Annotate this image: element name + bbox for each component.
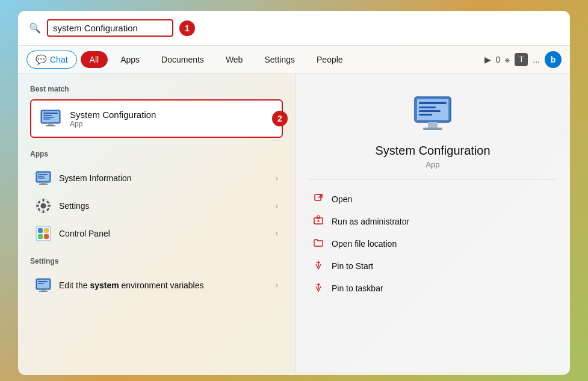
svg-rect-20 bbox=[48, 205, 51, 207]
action-open-file-location[interactable]: Open file location bbox=[308, 232, 558, 255]
sys-config-icon bbox=[39, 107, 63, 131]
tab-documents-label: Documents bbox=[161, 55, 204, 64]
action-open[interactable]: Open bbox=[308, 188, 558, 210]
svg-rect-11 bbox=[38, 176, 44, 177]
svg-rect-10 bbox=[38, 174, 48, 175]
svg-rect-14 bbox=[39, 184, 48, 185]
tab-people[interactable]: People bbox=[308, 51, 352, 68]
svg-rect-42 bbox=[428, 122, 438, 128]
panel-divider bbox=[308, 179, 558, 179]
run-as-admin-label: Run as administrator bbox=[332, 217, 409, 226]
tab-all-label: All bbox=[90, 55, 99, 64]
settings-arrow: › bbox=[276, 202, 278, 210]
svg-point-48 bbox=[318, 220, 320, 222]
svg-rect-41 bbox=[419, 114, 432, 116]
tab-settings-label: Settings bbox=[264, 55, 295, 64]
folder-icon bbox=[312, 238, 324, 249]
tab-web[interactable]: Web bbox=[217, 51, 252, 68]
tabs-bar: 💬 Chat All Apps Documents Web Settings P… bbox=[18, 46, 570, 74]
step-badge-1: 1 bbox=[179, 20, 195, 36]
svg-rect-7 bbox=[46, 125, 55, 126]
svg-rect-32 bbox=[38, 281, 48, 282]
settings-section-label: Settings bbox=[30, 257, 283, 265]
action-run-as-admin[interactable]: Run as administrator bbox=[308, 210, 558, 232]
admin-icon bbox=[312, 215, 324, 227]
system-info-label: System Information bbox=[59, 173, 268, 183]
system-info-arrow: › bbox=[276, 174, 278, 182]
list-item-system-info[interactable]: System Information › bbox=[30, 164, 283, 192]
svg-rect-38 bbox=[419, 102, 447, 104]
tab-apps-label: Apps bbox=[120, 55, 140, 64]
pin-taskbar-icon bbox=[312, 282, 324, 294]
settings-label: Settings bbox=[59, 201, 268, 211]
control-panel-label: Control Panel bbox=[59, 229, 268, 238]
tab-apps[interactable]: Apps bbox=[111, 51, 149, 68]
right-panel-subtitle: App bbox=[426, 160, 439, 169]
svg-rect-18 bbox=[43, 210, 45, 213]
list-item-settings[interactable]: Settings › bbox=[30, 192, 283, 220]
svg-rect-44 bbox=[315, 194, 321, 200]
tab-people-label: People bbox=[317, 55, 343, 64]
list-item-control-panel[interactable]: Control Panel › bbox=[30, 220, 283, 247]
left-panel: Best match System Configuration bbox=[18, 74, 295, 372]
svg-rect-35 bbox=[39, 291, 48, 292]
env-var-arrow: › bbox=[276, 281, 278, 290]
search-input[interactable] bbox=[47, 19, 173, 37]
app-preview-icon bbox=[411, 92, 454, 135]
search-bar: 🔍 1 bbox=[18, 11, 570, 46]
env-var-icon bbox=[35, 277, 52, 294]
svg-rect-39 bbox=[419, 107, 436, 108]
apps-list: System Information › bbox=[30, 164, 283, 247]
tab-chat-label: Chat bbox=[50, 55, 68, 64]
svg-rect-27 bbox=[44, 228, 49, 233]
best-match-title: System Configuration bbox=[70, 110, 156, 120]
svg-rect-3 bbox=[43, 115, 52, 116]
settings-env-item[interactable]: Edit the system environment variables › bbox=[30, 271, 283, 299]
t-badge[interactable]: T bbox=[515, 53, 528, 66]
bing-logo[interactable]: b bbox=[545, 51, 562, 68]
best-match-subtitle: App bbox=[70, 120, 156, 128]
svg-rect-12 bbox=[38, 178, 45, 179]
graph-icon[interactable]: ⎈ bbox=[505, 55, 510, 64]
best-match-item[interactable]: System Configuration App 2 bbox=[30, 99, 283, 138]
svg-rect-19 bbox=[36, 205, 39, 207]
svg-rect-17 bbox=[43, 199, 45, 202]
tabs-extra: ▶ 0 ⎈ T ... b bbox=[484, 51, 562, 68]
apps-section-label: Apps bbox=[30, 150, 283, 158]
count-display: 0 bbox=[496, 55, 501, 64]
open-label: Open bbox=[332, 194, 352, 204]
tab-chat[interactable]: 💬 Chat bbox=[26, 51, 77, 69]
step-badge-2: 2 bbox=[272, 111, 288, 126]
svg-rect-4 bbox=[43, 117, 54, 118]
settings-gear-icon bbox=[35, 197, 52, 214]
tab-settings[interactable]: Settings bbox=[255, 51, 304, 68]
svg-rect-2 bbox=[43, 113, 58, 114]
open-icon bbox=[312, 193, 324, 205]
control-panel-icon bbox=[35, 225, 52, 242]
more-button[interactable]: ... bbox=[533, 55, 540, 64]
svg-rect-33 bbox=[38, 283, 44, 284]
action-pin-to-taskbar[interactable]: Pin to taskbar bbox=[308, 277, 558, 299]
play-button[interactable]: ▶ bbox=[484, 55, 491, 64]
pin-to-start-label: Pin to Start bbox=[332, 261, 373, 271]
open-file-location-label: Open file location bbox=[332, 239, 397, 249]
tab-documents[interactable]: Documents bbox=[152, 51, 213, 68]
control-panel-arrow: › bbox=[276, 229, 278, 238]
best-match-text: System Configuration App bbox=[70, 110, 156, 128]
svg-rect-28 bbox=[38, 234, 43, 239]
system-info-icon bbox=[35, 170, 52, 187]
right-panel: System Configuration App Open Run as adm… bbox=[295, 74, 570, 372]
svg-rect-5 bbox=[43, 119, 51, 120]
tab-all[interactable]: All bbox=[81, 51, 108, 68]
svg-line-45 bbox=[318, 194, 322, 198]
svg-rect-26 bbox=[38, 228, 43, 233]
pin-to-taskbar-label: Pin to taskbar bbox=[332, 283, 383, 293]
svg-rect-40 bbox=[419, 110, 441, 112]
search-panel: 🔍 1 💬 Chat All Apps Documents Web Settin… bbox=[18, 11, 570, 375]
search-icon: 🔍 bbox=[29, 22, 41, 34]
svg-point-16 bbox=[41, 203, 46, 209]
svg-rect-29 bbox=[44, 234, 49, 239]
main-content: Best match System Configuration bbox=[18, 74, 570, 372]
right-panel-title: System Configuration bbox=[375, 144, 490, 158]
action-pin-to-start[interactable]: Pin to Start bbox=[308, 255, 558, 277]
